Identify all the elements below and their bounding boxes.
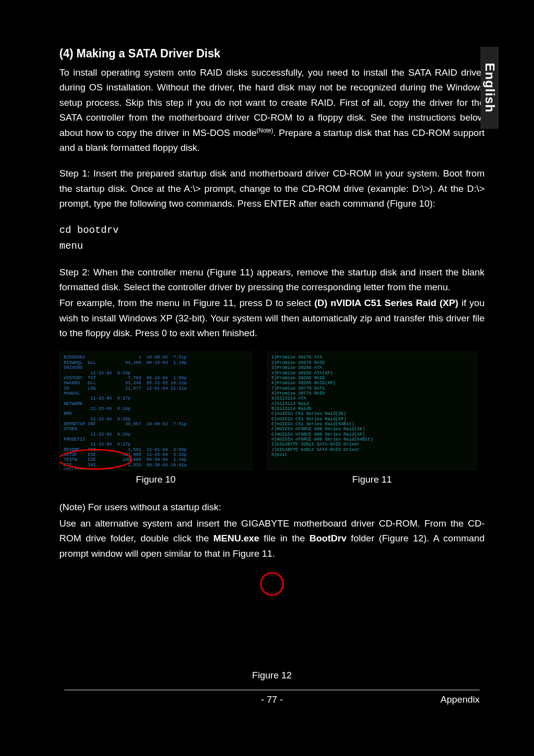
note-paragraph: Use an alternative system and insert the…: [59, 516, 485, 561]
page-content: (4) Making a SATA Driver Disk To install…: [0, 0, 534, 725]
step1-paragraph: Step 1: Insert the prepared startup disk…: [59, 166, 485, 211]
menu-exe-bold: MENU.exe: [213, 533, 259, 543]
figure10-column: BIOSDSK2 1 10-08-02 7:51p BISWHQL DLL 94…: [59, 352, 252, 485]
figure12-block: Figure 12: [59, 572, 485, 681]
driver-option-bold: (D) nVIDIA C51 Series Raid (XP): [314, 298, 458, 308]
figure11-column: 1)Promise 20276 ATA 2)Promise 20276 RAID…: [267, 352, 477, 485]
cmd-cd-bootdrv: cd bootdrv: [59, 222, 485, 238]
example-text-a: For example, from the menu in Figure 11,…: [59, 298, 314, 308]
figures-row: BIOSDSK2 1 10-08-02 7:51p BISWHQL DLL 94…: [59, 352, 485, 485]
language-tab: English: [481, 47, 498, 129]
figure12-caption: Figure 12: [252, 670, 292, 681]
intro-paragraph: To install operating system onto RAID di…: [59, 65, 485, 155]
highlight-circle-icon: [260, 572, 284, 596]
cmd-menu: menu: [59, 238, 485, 254]
figure12-placeholder: [138, 572, 405, 666]
appendix-label: Appendix: [441, 694, 480, 705]
step2-paragraph: Step 2: When the controller menu (Figure…: [59, 265, 485, 295]
page-number: - 77 -: [261, 694, 283, 705]
page-footer: - 77 - Appendix: [59, 690, 485, 705]
language-tab-label: English: [482, 63, 497, 113]
terminal-figure10: BIOSDSK2 1 10-08-02 7:51p BISWHQL DLL 94…: [59, 352, 252, 470]
example-paragraph: For example, from the menu in Figure 11,…: [59, 296, 485, 341]
figure11-caption: Figure 11: [352, 474, 392, 485]
note-heading: (Note) For users without a startup disk:: [59, 500, 485, 515]
section-heading: (4) Making a SATA Driver Disk: [59, 47, 485, 60]
bootdrv-bold: BootDrv: [310, 533, 347, 543]
terminal-figure11: 1)Promise 20276 ATA 2)Promise 20276 RAID…: [267, 352, 477, 470]
commands-block: cd bootdrv menu: [59, 222, 485, 254]
note-superscript: (Note): [257, 127, 273, 133]
figure10-caption: Figure 10: [136, 474, 176, 485]
note-text-c: file in the: [259, 533, 309, 543]
